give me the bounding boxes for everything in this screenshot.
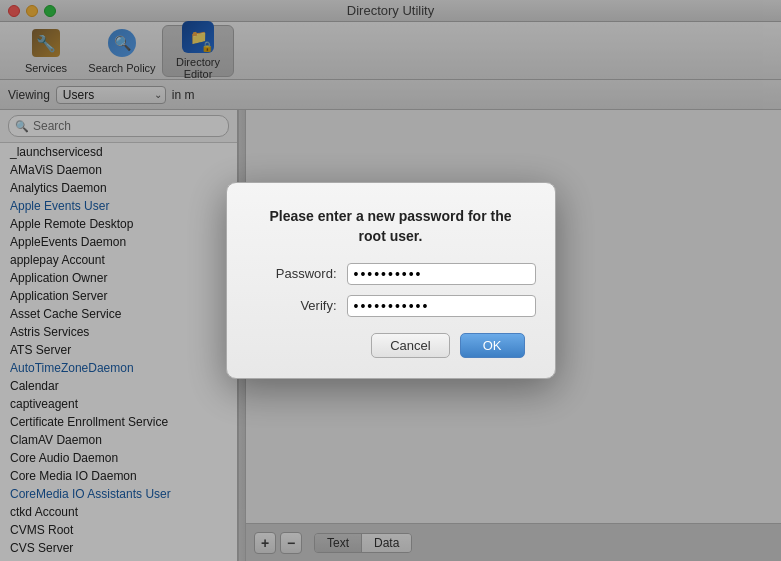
password-label: Password: — [257, 266, 337, 281]
verify-row: Verify: — [257, 295, 525, 317]
ok-button[interactable]: OK — [460, 333, 525, 358]
dialog-buttons: Cancel OK — [257, 333, 525, 358]
dialog-title: Please enter a new password for the root… — [257, 207, 525, 246]
verify-input[interactable] — [347, 295, 536, 317]
cancel-button[interactable]: Cancel — [371, 333, 449, 358]
dialog-overlay: Please enter a new password for the root… — [0, 0, 781, 561]
verify-label: Verify: — [257, 298, 337, 313]
password-dialog: Please enter a new password for the root… — [226, 182, 556, 378]
password-row: Password: — [257, 263, 525, 285]
password-input[interactable] — [347, 263, 536, 285]
